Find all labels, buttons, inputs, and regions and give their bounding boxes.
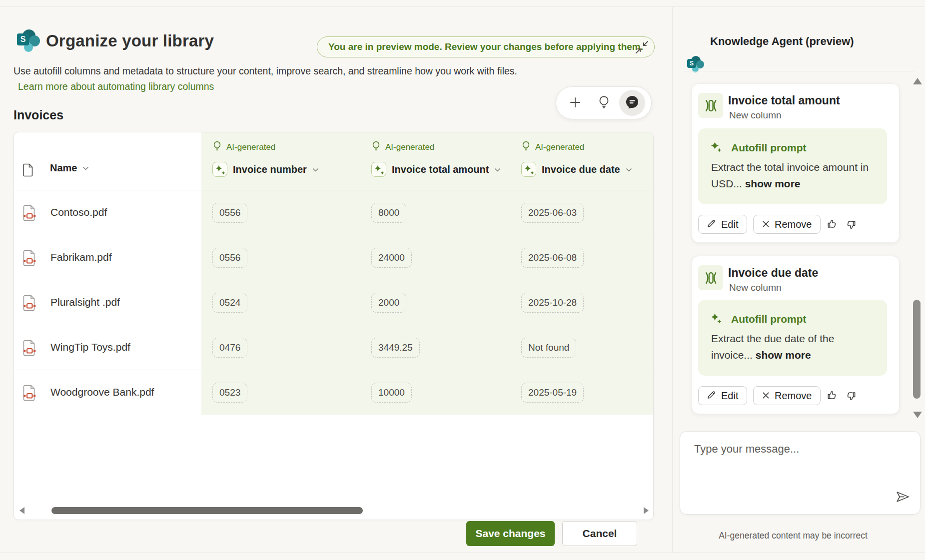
organize-library-dialog: S Organize your library You are in previ… <box>0 0 925 560</box>
suggestions-button[interactable] <box>591 90 617 116</box>
lightbulb-icon <box>212 141 222 153</box>
sharepoint-logo: S <box>17 29 40 52</box>
chat-bubble-icon <box>624 94 640 112</box>
scroll-right-icon[interactable] <box>644 507 649 514</box>
ai-disclaimer: AI-generated content may be incorrect <box>676 531 911 541</box>
invoice-due-cell[interactable]: 2025-06-08 <box>521 248 584 268</box>
invoice-due-column-header[interactable]: Invoice due date <box>521 162 632 177</box>
preview-mode-banner: You are in preview mode. Review your cha… <box>317 36 655 57</box>
invoice-total-header-group: AI-generated Invoice total amount <box>371 132 501 177</box>
add-column-button[interactable] <box>562 90 588 116</box>
invoice-number-cell[interactable]: 0524 <box>212 293 247 313</box>
chat-toggle-button[interactable] <box>619 90 645 116</box>
ai-generated-badge: AI-generated <box>371 141 501 153</box>
page-description: Use autofill columns and metadata to str… <box>13 65 517 77</box>
pdf-file-icon <box>23 205 36 223</box>
remove-button[interactable]: Remove <box>753 386 821 405</box>
invoice-total-cell[interactable]: 8000 <box>371 203 406 223</box>
pencil-icon <box>707 219 716 230</box>
edit-button[interactable]: Edit <box>698 386 747 405</box>
thumbs-down-button[interactable] <box>845 218 858 231</box>
chevron-down-icon <box>494 166 501 173</box>
chat-input-card <box>680 431 921 515</box>
ai-generated-label: AI-generated <box>385 142 434 152</box>
top-divider <box>0 6 925 7</box>
ai-generated-label: AI-generated <box>535 142 584 152</box>
ai-generated-badge: AI-generated <box>521 141 632 153</box>
edit-label: Edit <box>721 390 738 402</box>
invoice-total-column-header[interactable]: Invoice total amount <box>371 162 501 177</box>
remove-label: Remove <box>775 390 812 402</box>
invoice-number-cell[interactable]: 0523 <box>212 383 247 403</box>
file-name: Woodgroove Bank.pdf <box>50 386 154 398</box>
horizontal-scrollbar <box>14 502 654 520</box>
learn-more-link[interactable]: Learn more about automating library colu… <box>18 81 214 92</box>
lightbulb-icon <box>597 95 611 110</box>
x-icon <box>762 390 770 402</box>
invoice-due-cell[interactable]: 2025-06-03 <box>521 203 584 223</box>
agent-logo: S <box>687 56 704 73</box>
chevron-down-icon <box>312 166 319 173</box>
remove-button[interactable]: Remove <box>753 215 821 234</box>
logo-letter: S <box>687 59 696 68</box>
thumbs-down-button[interactable] <box>845 389 858 402</box>
remove-label: Remove <box>775 219 812 230</box>
column-insert-icon <box>698 265 723 290</box>
scroll-up-icon[interactable] <box>913 78 922 84</box>
scroll-down-icon[interactable] <box>913 412 922 418</box>
invoice-number-cell[interactable]: 0476 <box>212 338 247 358</box>
lightbulb-icon <box>371 141 381 153</box>
agent-card-invoice-total: Invoice total amount New column Autofill… <box>692 83 900 243</box>
invoice-number-column-header[interactable]: Invoice number <box>212 162 319 177</box>
autofill-prompt-label: Autofill prompt <box>731 142 806 154</box>
sparkle-icon <box>711 141 719 152</box>
show-more-link[interactable]: show more <box>745 178 801 189</box>
pdf-file-icon <box>23 385 36 403</box>
horizontal-scrollbar-thumb[interactable] <box>51 507 363 514</box>
message-input[interactable] <box>680 432 920 514</box>
invoice-due-cell[interactable]: Not found <box>521 338 576 358</box>
card-subtitle: New column <box>729 282 782 293</box>
invoice-total-cell[interactable]: 24000 <box>371 248 412 268</box>
collapse-icon <box>635 40 649 55</box>
invoice-total-cell[interactable]: 10000 <box>371 383 412 403</box>
table-toolbar <box>556 86 652 119</box>
autofill-prompt-box: Autofill prompt Extract the total invoic… <box>698 128 887 204</box>
invoice-number-cell[interactable]: 0556 <box>212 248 247 268</box>
agent-card-invoice-due: Invoice due date New column Autofill pro… <box>692 256 900 414</box>
pdf-file-icon <box>23 250 36 268</box>
invoice-due-cell[interactable]: 2025-10-28 <box>521 293 584 313</box>
vertical-scrollbar-thumb[interactable] <box>913 300 921 399</box>
feedback-buttons <box>825 218 858 231</box>
x-icon <box>762 219 770 230</box>
page-title: Organize your library <box>46 31 214 50</box>
agent-panel-title: Knowledge Agent (preview) <box>710 35 854 48</box>
ai-generated-badge: AI-generated <box>212 141 319 153</box>
invoice-total-cell[interactable]: 2000 <box>371 293 406 313</box>
card-title: Invoice due date <box>728 266 818 280</box>
invoice-due-cell[interactable]: 2025-05-19 <box>521 383 584 403</box>
show-more-link[interactable]: show more <box>756 349 811 361</box>
sparkle-icon <box>521 162 536 177</box>
name-column-header[interactable]: Name <box>50 162 89 174</box>
lightbulb-icon <box>521 141 531 153</box>
collapse-button[interactable] <box>632 38 652 58</box>
thumbs-up-button[interactable] <box>825 218 838 231</box>
card-subtitle: New column <box>729 110 782 121</box>
thumbs-down-icon <box>846 218 857 230</box>
chevron-down-icon <box>626 166 632 173</box>
invoice-total-cell[interactable]: 3449.25 <box>371 338 420 358</box>
invoice-total-column-label: Invoice total amount <box>392 164 489 175</box>
cancel-button[interactable]: Cancel <box>562 521 637 546</box>
send-button[interactable] <box>892 487 913 508</box>
column-insert-icon <box>698 93 723 118</box>
scroll-left-icon[interactable] <box>19 507 24 514</box>
autofill-prompt-box: Autofill prompt Extract the due date of … <box>698 300 887 376</box>
save-button[interactable]: Save changes <box>466 521 555 546</box>
thumbs-up-button[interactable] <box>825 389 838 402</box>
table-row: Fabrikam.pdf 0556 24000 2025-06-08 <box>14 235 654 280</box>
file-name: Contoso.pdf <box>50 206 107 218</box>
invoice-number-cell[interactable]: 0556 <box>212 203 247 223</box>
panel-divider <box>672 6 673 553</box>
edit-button[interactable]: Edit <box>698 215 747 234</box>
